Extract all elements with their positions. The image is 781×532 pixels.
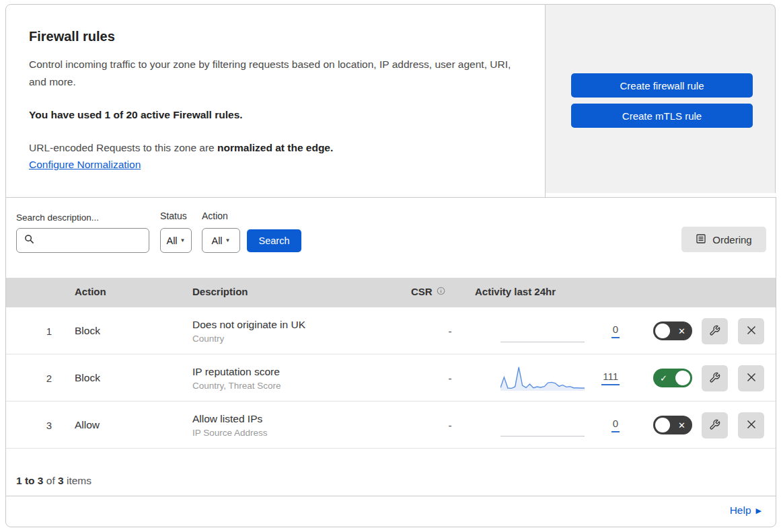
activity-sparkline	[500, 411, 585, 439]
help-link[interactable]: Help ▶	[730, 504, 761, 517]
delete-rule-button[interactable]	[738, 318, 764, 344]
rule-csr: -	[442, 419, 458, 430]
column-header-description: Description	[192, 286, 248, 297]
rule-action: Block	[75, 372, 100, 384]
help-bar: Help ▶	[5, 496, 776, 527]
chevron-down-icon: ▼	[180, 237, 186, 243]
rule-title: Allow listed IPs	[192, 412, 268, 424]
normalization-note: URL-encoded Requests to this zone are no…	[29, 142, 518, 154]
firewall-rules-card: Search description... Status Action All …	[5, 197, 776, 496]
search-button[interactable]: Search	[247, 229, 301, 252]
rule-priority: 3	[33, 419, 52, 430]
rule-enable-toggle[interactable]: ✓ ✕	[653, 321, 692, 340]
column-header-activity: Activity last 24hr	[475, 286, 556, 297]
table-row: 1 Block Does not originate in UK Country…	[6, 307, 776, 354]
rule-fields: Country	[192, 333, 305, 343]
action-dropdown[interactable]: All ▼	[202, 228, 240, 253]
activity-sparkline	[500, 364, 585, 392]
delete-rule-button[interactable]	[738, 365, 764, 391]
toggle-knob	[655, 324, 670, 338]
rule-action: Allow	[75, 419, 100, 431]
delete-rule-button[interactable]	[738, 412, 764, 439]
edit-rule-button[interactable]	[702, 318, 728, 344]
search-label: Search description...	[16, 213, 99, 223]
status-dropdown[interactable]: All ▼	[160, 228, 192, 253]
rule-fields: IP Source Address	[192, 427, 268, 437]
edit-rule-button[interactable]	[702, 365, 728, 391]
flat-activity-line	[500, 436, 585, 436]
ordering-button-label: Ordering	[712, 234, 751, 245]
firewall-intro-card: Firewall rules Control incoming traffic …	[5, 4, 546, 198]
close-icon	[746, 419, 757, 432]
close-icon	[746, 372, 757, 385]
table-row: 3 Allow Allow listed IPs IP Source Addre…	[6, 402, 776, 449]
rule-title: Does not originate in UK	[192, 318, 305, 330]
check-icon: ✓	[660, 373, 667, 383]
column-header-csr: CSR	[411, 286, 445, 297]
wrench-icon	[709, 372, 720, 385]
search-input-wrapper	[16, 228, 149, 253]
search-input[interactable]	[40, 235, 141, 246]
rule-description: Allow listed IPs IP Source Address	[192, 412, 268, 437]
action-label: Action	[202, 211, 228, 221]
rules-table-body: 1 Block Does not originate in UK Country…	[6, 307, 776, 449]
rule-description: IP reputation score Country, Threat Scor…	[192, 365, 281, 390]
column-header-action: Action	[75, 286, 106, 297]
actions-side-panel: Create firewall rule Create mTLS rule	[546, 4, 776, 193]
activity-count-link[interactable]: 0	[611, 418, 620, 432]
rule-title: IP reputation score	[192, 365, 281, 377]
configure-normalization-link[interactable]: Configure Normalization	[29, 159, 141, 171]
rule-enable-toggle[interactable]: ✓ ✕	[653, 369, 692, 387]
items-count: 1 to 3 of 3 items	[16, 475, 91, 487]
page-title: Firewall rules	[29, 29, 518, 44]
activity-sparkline	[500, 317, 585, 345]
arrow-right-icon: ▶	[756, 506, 761, 515]
page-description: Control incoming traffic to your zone by…	[29, 56, 516, 91]
rule-csr: -	[442, 325, 458, 336]
search-icon	[24, 234, 34, 247]
activity-count-link[interactable]: 0	[611, 324, 620, 338]
rule-action: Block	[75, 325, 100, 337]
x-icon: ✕	[678, 420, 685, 430]
create-mtls-rule-button[interactable]: Create mTLS rule	[571, 104, 753, 128]
rule-description: Does not originate in UK Country	[192, 318, 305, 343]
close-icon	[746, 325, 757, 338]
rule-enable-toggle[interactable]: ✓ ✕	[653, 416, 692, 434]
usage-summary: You have used 1 of 20 active Firewall ru…	[29, 109, 518, 121]
toggle-knob	[655, 418, 670, 432]
ordering-button[interactable]: Ordering	[681, 227, 766, 252]
create-firewall-rule-button[interactable]: Create firewall rule	[571, 73, 753, 98]
ordering-icon	[696, 233, 706, 246]
toggle-knob	[675, 371, 690, 385]
status-label: Status	[160, 211, 187, 221]
status-dropdown-value: All	[166, 235, 177, 246]
chevron-down-icon: ▼	[225, 237, 231, 243]
activity-count-link[interactable]: 111	[601, 371, 620, 385]
normalization-bold: normalized at the edge.	[217, 142, 333, 153]
table-header-row: Action Description CSR Activity last 24h…	[6, 278, 776, 307]
wrench-icon	[709, 325, 720, 338]
flat-activity-line	[500, 342, 585, 342]
rule-priority: 1	[33, 325, 52, 336]
rule-fields: Country, Threat Score	[192, 380, 281, 390]
wrench-icon	[709, 419, 720, 432]
rule-priority: 2	[33, 372, 52, 383]
rule-csr: -	[442, 372, 458, 383]
action-dropdown-value: All	[211, 235, 222, 246]
normalization-text: URL-encoded Requests to this zone are	[29, 142, 215, 153]
x-icon: ✕	[678, 326, 685, 336]
table-row: 2 Block IP reputation score Country, Thr…	[6, 354, 776, 402]
info-icon[interactable]	[437, 286, 445, 297]
edit-rule-button[interactable]	[702, 412, 728, 439]
